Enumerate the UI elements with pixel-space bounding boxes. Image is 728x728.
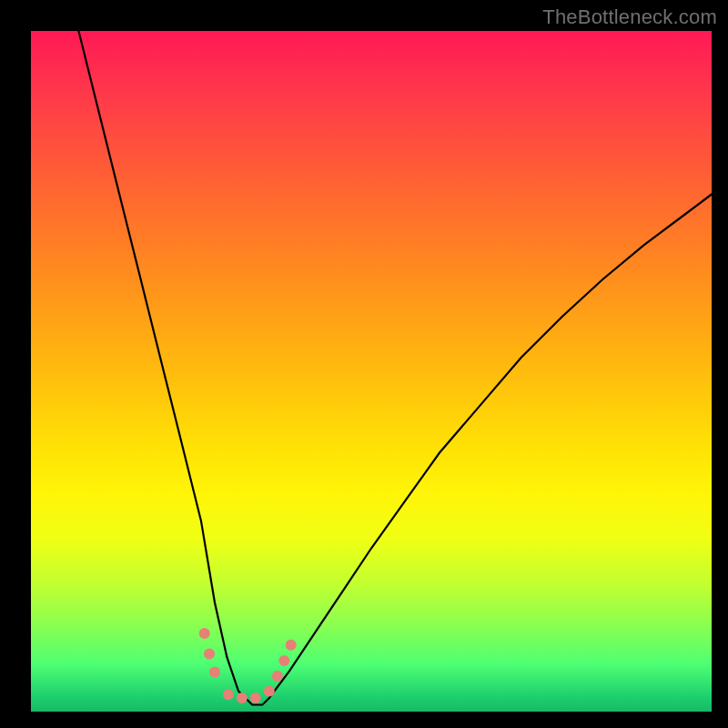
curve-markers [199,628,297,703]
plot-area [31,31,712,712]
curve-marker [209,667,220,678]
curve-marker [204,648,215,659]
chart-frame: TheBottleneck.com [0,0,728,728]
curve-marker [223,689,234,700]
watermark-text: TheBottleneck.com [542,5,717,29]
curve-marker [264,686,275,697]
curve-marker [272,671,283,682]
curve-marker [250,693,261,703]
curve-marker [278,655,289,666]
curve-marker [237,693,248,703]
curve-layer [31,31,712,712]
curve-marker [199,628,210,639]
curve-marker [286,640,297,651]
bottleneck-curve [78,31,712,705]
